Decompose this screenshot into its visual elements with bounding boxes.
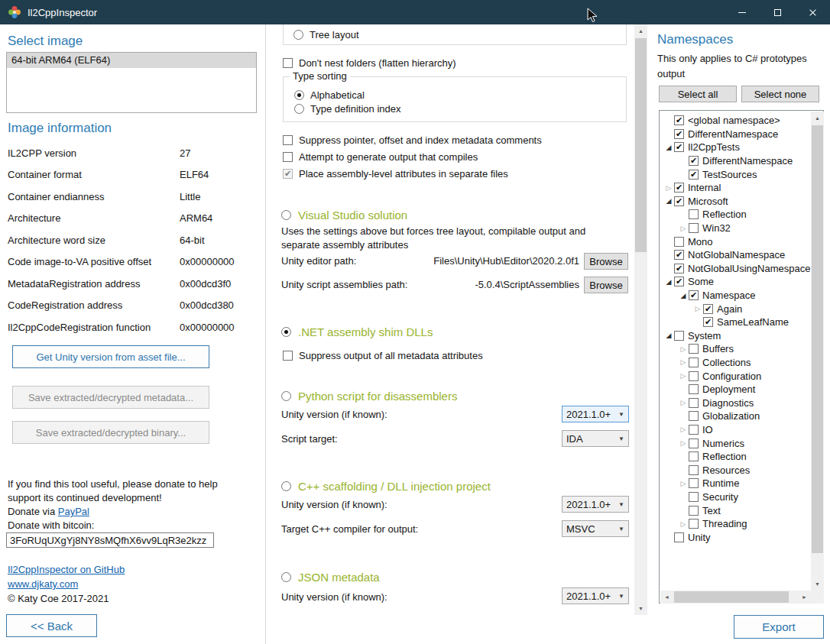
json-metadata-radio[interactable] — [281, 572, 291, 582]
tree-checkbox[interactable] — [689, 411, 699, 421]
tree-checkbox[interactable] — [689, 371, 699, 381]
browse-editor-button[interactable]: Browse — [584, 253, 628, 270]
tree-checkbox[interactable] — [689, 506, 699, 516]
tree-checkbox[interactable] — [689, 358, 699, 367]
cpp-unity-version-combo[interactable]: 2021.1.0+ ▼ — [562, 496, 629, 513]
tree-item[interactable]: ▷Collections — [660, 356, 811, 370]
editor-path-value[interactable]: Files\Unity\Hub\Editor\2020.2.0f1 — [393, 253, 579, 270]
tree-checkbox[interactable] — [689, 156, 699, 166]
expand-icon[interactable]: ▷ — [678, 520, 689, 528]
tree-checkbox[interactable] — [674, 115, 684, 125]
tree-layout-radio[interactable] — [293, 30, 303, 40]
tree-item[interactable]: ◢System — [660, 329, 811, 343]
tree-checkbox[interactable] — [674, 264, 684, 273]
tree-checkbox[interactable] — [689, 384, 699, 394]
type-definition-index-radio[interactable] — [294, 104, 304, 114]
tree-item[interactable]: Unity — [660, 530, 811, 544]
expand-icon[interactable]: ▷ — [678, 480, 689, 487]
image-list[interactable]: 64-bit ARM64 (ELF64) — [6, 52, 257, 113]
bitcoin-address-input[interactable] — [6, 532, 214, 548]
tree-checkbox[interactable] — [689, 398, 699, 408]
separate-attributes-checkbox[interactable] — [283, 169, 293, 179]
tree-item[interactable]: DifferentNamespace — [660, 154, 811, 168]
tree-checkbox[interactable] — [674, 277, 684, 286]
collapse-icon[interactable]: ◢ — [663, 332, 674, 339]
expand-icon[interactable]: ▷ — [678, 426, 689, 433]
script-target-combo[interactable]: IDA ▼ — [562, 430, 629, 447]
tree-checkbox[interactable] — [689, 290, 699, 300]
python-script-radio[interactable] — [281, 391, 291, 401]
tree-checkbox[interactable] — [674, 237, 684, 247]
tree-hscrollbar-thumb[interactable] — [674, 591, 789, 603]
python-script-option[interactable]: Python script for disassemblers — [281, 387, 457, 404]
cpp-scaffolding-option[interactable]: C++ scaffolding / DLL injection project — [281, 477, 491, 494]
tree-item[interactable]: NotGlobalNamespace — [660, 248, 811, 262]
tree-item[interactable]: Text — [660, 503, 811, 517]
tree-checkbox[interactable] — [674, 142, 684, 152]
tree-item[interactable]: ▷Win32 — [660, 222, 811, 235]
collapse-icon[interactable]: ◢ — [663, 278, 674, 286]
suppress-metadata-checkbox[interactable] — [283, 351, 293, 361]
attempt-compile-checkbox[interactable] — [283, 152, 293, 162]
separate-attributes-option[interactable]: Place assembly-level attributes in separ… — [283, 167, 508, 180]
shim-dlls-radio[interactable] — [281, 327, 291, 337]
tree-item[interactable]: ▷Diagnostics — [660, 396, 811, 409]
tree-item[interactable]: TestSources — [660, 167, 811, 181]
scroll-right-icon[interactable]: ► — [798, 591, 811, 604]
tree-item[interactable]: SameLeafName — [660, 316, 811, 329]
middle-scrollbar[interactable]: ▲ ▼ — [634, 24, 647, 615]
scroll-down-icon[interactable]: ▼ — [811, 578, 824, 591]
collapse-icon[interactable]: ◢ — [663, 197, 674, 205]
tree-vscrollbar-thumb[interactable] — [812, 125, 823, 553]
tree-item[interactable]: ▷Buffers — [660, 342, 811, 356]
tree-item[interactable]: Deployment — [660, 383, 811, 396]
export-button[interactable]: Export — [734, 615, 824, 639]
tree-checkbox[interactable] — [689, 425, 699, 435]
tree-item[interactable]: ▷Numerics — [660, 436, 811, 450]
tree-item[interactable]: ◢Microsoft — [660, 195, 811, 209]
tree-checkbox[interactable] — [689, 492, 699, 502]
tree-checkbox[interactable] — [674, 331, 684, 341]
vs-solution-radio[interactable] — [281, 210, 291, 220]
tree-item[interactable]: Resources — [660, 463, 811, 477]
tree-checkbox[interactable] — [689, 209, 699, 219]
expand-icon[interactable]: ▷ — [678, 225, 689, 232]
scroll-down-icon[interactable]: ▼ — [634, 602, 647, 615]
tree-item[interactable]: ◢Namespace — [660, 289, 811, 303]
suppress-comments-option[interactable]: Suppress pointer, offset and index metad… — [283, 133, 542, 147]
expand-icon[interactable]: ▷ — [678, 399, 689, 406]
tree-checkbox[interactable] — [689, 478, 699, 488]
expand-icon[interactable]: ▷ — [678, 345, 689, 353]
assemblies-path-value[interactable]: -5.0.4\ScriptAssemblies — [393, 277, 579, 293]
tree-checkbox[interactable] — [674, 532, 684, 542]
scroll-up-icon[interactable]: ▲ — [634, 24, 647, 37]
github-link[interactable]: Il2CppInspector on GitHub — [8, 564, 125, 575]
python-unity-version-combo[interactable]: 2021.1.0+ ▼ — [562, 406, 629, 422]
tree-checkbox[interactable] — [703, 304, 713, 314]
cpp-compiler-combo[interactable]: MSVC ▼ — [562, 520, 629, 537]
tree-item[interactable]: ▷Runtime — [660, 477, 811, 490]
paypal-link[interactable]: PayPal — [58, 506, 89, 517]
tree-checkbox[interactable] — [689, 465, 699, 475]
tree-horizontal-scrollbar[interactable]: ◄ ► — [660, 591, 811, 604]
flatten-option[interactable]: Don't nest folders (flatten hierarchy) — [283, 56, 456, 70]
tree-checkbox[interactable] — [674, 196, 684, 206]
suppress-comments-checkbox[interactable] — [283, 135, 293, 145]
tree-item[interactable]: ▷Configuration — [660, 369, 811, 383]
maximize-button[interactable] — [760, 0, 795, 24]
json-unity-version-combo[interactable]: 2021.1.0+ ▼ — [562, 587, 629, 604]
browse-assemblies-button[interactable]: Browse — [584, 277, 628, 293]
tree-item[interactable]: NotGlobalUsingNamespace — [660, 262, 811, 276]
cpp-scaffolding-radio[interactable] — [281, 481, 291, 491]
expand-icon[interactable]: ▷ — [678, 439, 689, 447]
attempt-compile-option[interactable]: Attempt to generate output that compiles — [283, 150, 478, 163]
tree-vertical-scrollbar[interactable]: ▲ ▼ — [811, 112, 824, 591]
tree-checkbox[interactable] — [674, 183, 684, 193]
back-button[interactable]: << Back — [6, 614, 97, 637]
shim-dlls-option[interactable]: .NET assembly shim DLLs — [281, 323, 433, 340]
tree-layout-option[interactable]: Tree layout — [293, 28, 359, 41]
json-metadata-option[interactable]: JSON metadata — [281, 568, 380, 585]
tree-item[interactable]: DifferentNamespace — [660, 128, 811, 141]
collapse-icon[interactable]: ◢ — [663, 144, 674, 151]
alphabetical-option[interactable]: Alphabetical — [294, 88, 365, 102]
